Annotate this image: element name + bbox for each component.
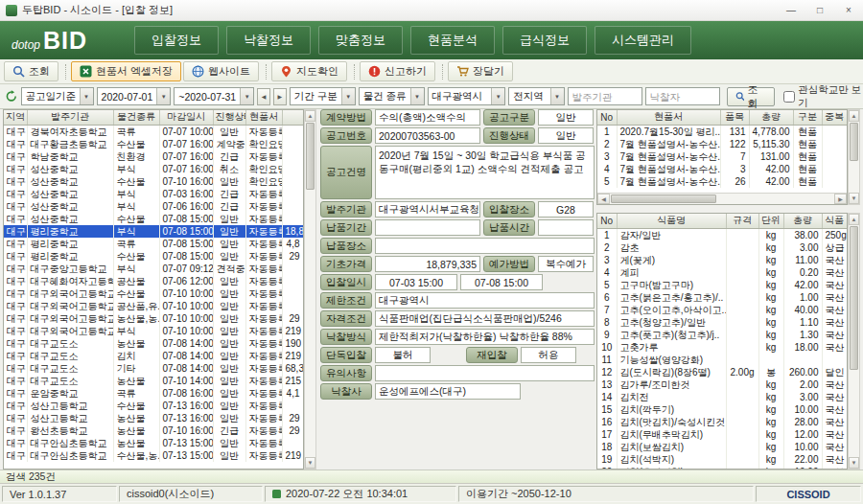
- date-from-select[interactable]: 2020-07-01: [97, 87, 172, 105]
- table-row[interactable]: 대구성산중학교부식07-03 16:00긴급자동등록: [4, 188, 303, 200]
- map-check-button[interactable]: 지도확인: [271, 61, 347, 81]
- next-period-button[interactable]: ▶: [273, 88, 287, 105]
- column-header[interactable]: 총량: [749, 110, 793, 125]
- region-select[interactable]: 대구광역시: [428, 87, 506, 105]
- qualification-field[interactable]: 식품판매업(집단급식소식품판매업)/5246: [375, 310, 595, 327]
- date-basis-select[interactable]: 공고일기준: [21, 87, 94, 105]
- scroll-right-icon[interactable]: ▶: [834, 194, 847, 204]
- table-row[interactable]: 10고춧가루kg18.00국산: [597, 341, 847, 354]
- table-row[interactable]: 57월 현품설명서-농수산..2642.00현품: [597, 175, 847, 188]
- table-row[interactable]: 37월 현품설명서-농수산..7131.00현품: [597, 150, 847, 163]
- notes-field[interactable]: [375, 365, 595, 381]
- winner-search-input[interactable]: [645, 87, 720, 105]
- table-row[interactable]: 16김치(맛김치)/숙성시킨것kg28.00국산: [597, 416, 847, 428]
- delivery-period-field[interactable]: [375, 219, 480, 236]
- bid-datetime-to-field[interactable]: 07-08 15:00: [460, 274, 543, 290]
- delivery-place-field[interactable]: [375, 238, 595, 254]
- table-row[interactable]: 대구성산중학교수산물07-10 16:00일반확인요망: [4, 175, 303, 188]
- table-row[interactable]: 12김(도시락김)(8장6떨)2.00g봉260.00달인: [597, 366, 847, 378]
- table-row[interactable]: 4계피kg0.20국산: [597, 266, 847, 279]
- table-row[interactable]: 대구대구교도소김치07-08 14:00일반자동등록219: [4, 350, 303, 362]
- table-row[interactable]: 47월 현품설명서-농수산..342.00현품: [597, 163, 847, 175]
- column-header[interactable]: 물건종류: [113, 110, 159, 125]
- column-header[interactable]: 구분: [793, 110, 822, 125]
- table-row[interactable]: 6고추(붉은고추/홍고추)/..kg1.00국산: [597, 291, 847, 304]
- website-button[interactable]: 웹사이트: [183, 61, 259, 81]
- hyunpum-scrollbar[interactable]: ▲ ▼: [848, 109, 860, 205]
- menu-item-1[interactable]: 낙찰정보: [226, 26, 311, 55]
- table-row[interactable]: 14김치전kg3.00국산: [597, 391, 847, 403]
- table-row[interactable]: 대구성산고등학교농산물07-13 16:00일반자동등록29: [4, 412, 303, 424]
- district-select[interactable]: 전지역: [508, 87, 564, 105]
- table-row[interactable]: 대구평리중학교곡류07-08 15:00일반자동등록4,8: [4, 238, 303, 250]
- table-row[interactable]: 3게(꽃게)kg11.00국산: [597, 254, 847, 266]
- solo-bid-field[interactable]: 불허: [375, 347, 431, 363]
- period-type-select[interactable]: 기간 구분: [290, 87, 356, 105]
- table-row[interactable]: 대구대구혜화여자고등학교공산물07-06 12:00일반자동등록: [4, 275, 303, 287]
- table-row[interactable]: 11기능성쌀(영양강화): [597, 354, 847, 366]
- table-row[interactable]: 대구대구외국어고등학교부식07-10 10:00일반자동등록219: [4, 325, 303, 337]
- minimize-button[interactable]: —: [777, 0, 805, 20]
- column-header[interactable]: 품목: [720, 110, 749, 125]
- table-row[interactable]: 8고추(청양고추)/일반kg1.10국산: [597, 316, 847, 329]
- table-row[interactable]: 대구평리중학교수산물07-08 15:00일반자동등록29: [4, 250, 303, 263]
- table-row[interactable]: 13김가루/조미한것kg2.00국산: [597, 378, 847, 391]
- table-row[interactable]: 대구대구안심초등학교수산물,농..07-13 15:00일반자동등록219: [4, 449, 303, 462]
- refresh-icon[interactable]: [5, 89, 18, 103]
- bid-datetime-from-field[interactable]: 07-03 15:00: [375, 274, 457, 290]
- delivery-time-field[interactable]: [538, 219, 594, 236]
- bid-list-scrollbar[interactable]: ▲ ▼: [304, 109, 316, 470]
- table-row[interactable]: 18김치(보쌈김치)kg10.00국산: [597, 441, 847, 453]
- scroll-up-icon[interactable]: ▲: [849, 110, 859, 122]
- table-row[interactable]: 대구대구외국어고등학교농산물,농..07-10 10:00일반자동등록29: [4, 312, 303, 325]
- award-method-field[interactable]: 제한적최저가(낙찰하한율) 낙찰하한율 88%: [375, 329, 595, 345]
- scroll-up-icon[interactable]: ▲: [305, 110, 315, 122]
- table-row[interactable]: 대구대구외국어고등학교수산물07-10 10:00일반자동등록: [4, 287, 303, 300]
- search-toolbar-button[interactable]: 조회: [4, 61, 58, 81]
- menu-item-4[interactable]: 급식정보: [502, 26, 587, 55]
- table-row[interactable]: 대구대구교도소농산물07-10 14:00일반자동등록215: [4, 375, 303, 387]
- table-row[interactable]: 대구대구중앙고등학교부식07-07 09:12견적중자동등록: [4, 263, 303, 275]
- item-type-select[interactable]: 물건 종류: [359, 87, 425, 105]
- scroll-down-icon[interactable]: ▼: [849, 457, 859, 469]
- winner-field[interactable]: 운성에프에스(대구): [375, 383, 521, 400]
- table-row[interactable]: 대구학남중학교친환경07-07 16:00긴급자동등록: [4, 150, 303, 163]
- hyunpum-hscrollbar[interactable]: ◀ ▶: [597, 193, 847, 204]
- table-row[interactable]: 대구성산중학교부식07-07 16:00취소확인요망: [4, 163, 303, 175]
- table-row[interactable]: 1감자/일반kg38.00250g: [597, 228, 847, 241]
- table-row[interactable]: 대구성산고등학교수산물07-13 16:00일반자동등록: [4, 400, 303, 412]
- table-row[interactable]: 대구성산중학교부식07-06 16:00긴급자동등록: [4, 200, 303, 213]
- table-row[interactable]: 27월 현품설명서-농수산..1225,115.30현품: [597, 138, 847, 150]
- table-row[interactable]: 대구운암중학교곡류07-08 16:00일반자동등록4,1: [4, 387, 303, 400]
- prev-period-button[interactable]: ◀: [257, 88, 270, 105]
- column-header[interactable]: 식품명: [617, 214, 726, 228]
- notice-type-field[interactable]: 일반: [538, 109, 594, 126]
- menu-item-3[interactable]: 현품분석: [410, 26, 495, 55]
- excel-save-button[interactable]: 현품서 엑셀저장: [71, 61, 181, 81]
- price-method-field[interactable]: 복수예가: [538, 256, 594, 272]
- table-row[interactable]: 17김치(무배추막김치)kg12.00국산: [597, 428, 847, 441]
- notice-title-field[interactable]: 2020년 7월 15일 ~ 30일 학교급식용 부식품 공동구매(평리중외 1…: [375, 146, 595, 199]
- column-header[interactable]: 중복: [822, 110, 847, 125]
- table-row[interactable]: 대구경북여자초등학교곡류07-07 10:00일반자동등록: [4, 125, 303, 138]
- column-header[interactable]: No: [597, 214, 617, 228]
- column-header[interactable]: 발주기관: [27, 110, 113, 125]
- table-row[interactable]: 대구성산중학교수산물07-08 15:00일반자동등록: [4, 213, 303, 225]
- progress-status-field[interactable]: 일반: [538, 127, 594, 144]
- table-row[interactable]: 대구대구교도소기타07-08 14:00일반자동등록68,3: [4, 362, 303, 375]
- table-row[interactable]: 대구대구황금초등학교수산물07-07 16:00계약중료확인요망: [4, 138, 303, 150]
- bid-place-field[interactable]: G28: [538, 201, 594, 218]
- maximize-button[interactable]: □: [805, 0, 834, 20]
- table-row[interactable]: 2감초kg3.00상급: [597, 241, 847, 254]
- contract-method-field[interactable]: 수의(총액)소액수의: [375, 109, 480, 126]
- column-header[interactable]: 규격: [726, 214, 758, 228]
- column-header[interactable]: 총량: [783, 214, 822, 228]
- report-button[interactable]: 신고하기: [360, 61, 435, 81]
- filter-search-button[interactable]: 조회: [727, 87, 776, 106]
- favorite-school-checkbox[interactable]: [783, 91, 795, 103]
- rebid-field[interactable]: 허용: [521, 347, 576, 363]
- column-header[interactable]: 마감일시: [159, 110, 213, 125]
- base-price-field[interactable]: 18,879,335: [375, 256, 480, 272]
- table-row[interactable]: 5고구마(밤고구마)kg42.00국산: [597, 279, 847, 291]
- table-row[interactable]: 15김치(깍두기)kg10.00국산: [597, 403, 847, 416]
